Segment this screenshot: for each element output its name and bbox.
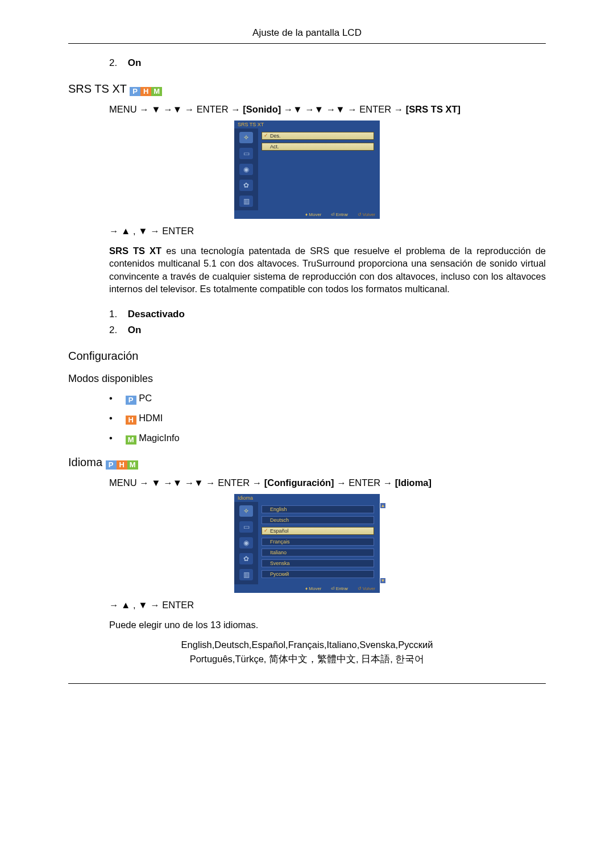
nav-text: → ENTER → xyxy=(206,477,264,488)
input-icon: ▭ xyxy=(239,521,253,533)
heading-text: Idioma xyxy=(68,456,102,468)
osd-options: ▲ English Deutsch Español Français Itali… xyxy=(258,502,380,584)
item-number: 1. xyxy=(109,309,125,320)
mode-label: PC xyxy=(139,393,152,403)
down-arrow-icon: ▼ xyxy=(335,104,345,114)
scroll-down-icon: ▼ xyxy=(380,578,385,583)
scroll-up-icon: ▲ xyxy=(380,503,385,508)
osd-body: ✧ ▭ ◉ ✿ ▥ ▲ English Deutsch Español Fran… xyxy=(234,502,380,584)
osd-foot-volver: ↺ Volver xyxy=(358,212,375,217)
item-number: 2. xyxy=(109,57,125,69)
osd-title: SRS TS XT xyxy=(234,121,380,128)
list-item: 2. On xyxy=(109,57,546,69)
nav-text: → ENTER xyxy=(148,600,194,610)
nav-text: → ENTER → xyxy=(347,104,406,114)
menu-path-idioma: MENU → ▼ →▼ →▼ → ENTER → [Configuración]… xyxy=(109,477,546,488)
osd-footer: ♦ Mover ⏎ Entrar ↺ Volver xyxy=(234,584,380,593)
osd-option: Des. xyxy=(262,132,374,140)
nav-text: MENU → xyxy=(109,104,151,114)
modes-heading: Modos disponibles xyxy=(68,373,546,385)
picture-icon: ✧ xyxy=(239,505,253,517)
mode-item: M MagicInfo xyxy=(109,433,546,445)
up-arrow-icon: ▲ xyxy=(121,226,130,236)
h-icon: H xyxy=(117,460,127,470)
item-label: Desactivado xyxy=(128,309,185,319)
h-icon: H xyxy=(140,87,151,96)
down-arrow-icon: ▼ xyxy=(314,104,323,114)
mode-label: MagicInfo xyxy=(139,433,180,443)
setup-icon: ✿ xyxy=(239,553,253,564)
idioma-description: Puede elegir uno de los 13 idiomas. xyxy=(109,618,546,631)
page: Ajuste de la pantalla LCD 2. On SRS TS X… xyxy=(0,0,614,707)
nav-text: → xyxy=(163,104,173,114)
nav-text: → ENTER xyxy=(148,226,194,236)
osd-sidebar: ✧ ▭ ◉ ✿ ▥ xyxy=(234,128,258,210)
osd-sidebar: ✧ ▭ ◉ ✿ ▥ xyxy=(234,502,258,584)
nav-target: [Configuración] xyxy=(264,477,334,488)
multi-icon: ▥ xyxy=(239,196,253,207)
nav-text: → ENTER → xyxy=(337,477,395,488)
m-icon: M xyxy=(126,435,136,445)
item-label: On xyxy=(128,325,142,335)
list-item: 2. On xyxy=(109,325,546,336)
list-item: 1. Desactivado xyxy=(109,309,546,320)
nav-text: → xyxy=(109,226,121,236)
p-icon: P xyxy=(106,460,117,470)
osd-option: Svenska xyxy=(262,559,374,567)
osd-option: Deutsch xyxy=(262,516,374,524)
header-rule xyxy=(68,43,546,44)
modes-list: P PC H HDMI M MagicInfo xyxy=(109,393,546,445)
down-arrow-icon: ▼ xyxy=(151,477,160,488)
osd-foot-entrar: ⏎ Entrar xyxy=(331,586,349,591)
m-icon: M xyxy=(127,460,138,470)
nav-text: → xyxy=(109,600,121,610)
content-area: 2. On SRS TS XT PHM MENU → ▼ →▼ → ENTER … xyxy=(68,57,546,666)
nav-target: [SRS TS XT] xyxy=(406,104,460,114)
down-arrow-icon: ▼ xyxy=(293,104,302,114)
nav-updown-enter-idioma: → ▲ , ▼ → ENTER xyxy=(109,600,546,610)
nav-target: [Idioma] xyxy=(395,477,432,488)
setup-icon: ✿ xyxy=(239,180,253,191)
p-icon: P xyxy=(126,396,136,405)
sound-icon: ◉ xyxy=(239,537,253,549)
down-arrow-icon: ▼ xyxy=(138,226,147,236)
desc-body: es una tecnología patentada de SRS que r… xyxy=(109,246,546,294)
down-arrow-icon: ▼ xyxy=(151,104,160,114)
down-arrow-icon: ▼ xyxy=(194,477,203,488)
mode-item: P PC xyxy=(109,393,546,405)
languages-block: English,Deutsch,Español,Français,Italian… xyxy=(68,638,546,666)
languages-line-2: Português,Türkçe, 简体中文，繁體中文, 日本語, 한국어 xyxy=(68,652,546,666)
osd-title: Idioma xyxy=(234,494,380,502)
osd-option: Italiano xyxy=(262,549,374,556)
m-icon: M xyxy=(151,87,162,96)
menu-path-srs: MENU → ▼ →▼ → ENTER → [Sonido] →▼ →▼ →▼ … xyxy=(109,104,546,115)
page-header-title: Ajuste de la pantalla LCD xyxy=(0,27,614,39)
section-heading-srs: SRS TS XT PHM xyxy=(68,82,546,96)
input-icon: ▭ xyxy=(239,148,253,159)
osd-options: Des. Act. xyxy=(258,128,380,210)
nav-updown-enter: → ▲ , ▼ → ENTER xyxy=(109,226,546,236)
heading-text: SRS TS XT xyxy=(68,82,127,95)
intro-option-list: 2. On xyxy=(109,57,546,69)
osd-option: Русский xyxy=(262,570,374,578)
osd-foot-entrar: ⏎ Entrar xyxy=(331,212,349,217)
osd-foot-mover: ♦ Mover xyxy=(305,586,322,591)
nav-text: → xyxy=(326,104,336,114)
osd-foot-mover: ♦ Mover xyxy=(305,212,322,217)
osd-option: Act. xyxy=(262,143,374,151)
osd-body: ✧ ▭ ◉ ✿ ▥ Des. Act. xyxy=(234,128,380,210)
nav-text: MENU → xyxy=(109,477,151,488)
section-heading-config: Configuración xyxy=(68,350,546,363)
osd-screenshot-srs: SRS TS XT ✧ ▭ ◉ ✿ ▥ Des. Act. ♦ Mover ⏎ … xyxy=(234,121,380,219)
osd-footer: ♦ Mover ⏎ Entrar ↺ Volver xyxy=(234,210,380,219)
p-icon: P xyxy=(130,87,140,96)
picture-icon: ✧ xyxy=(239,132,253,143)
osd-option: Français xyxy=(262,538,374,546)
down-arrow-icon: ▼ xyxy=(138,600,147,610)
nav-text: → xyxy=(163,477,173,488)
srs-description: SRS TS XT es una tecnología patentada de… xyxy=(109,244,546,295)
osd-option: English xyxy=(262,505,374,513)
footer-rule xyxy=(68,683,546,684)
nav-text: → xyxy=(305,104,314,114)
nav-text: → xyxy=(185,477,194,488)
